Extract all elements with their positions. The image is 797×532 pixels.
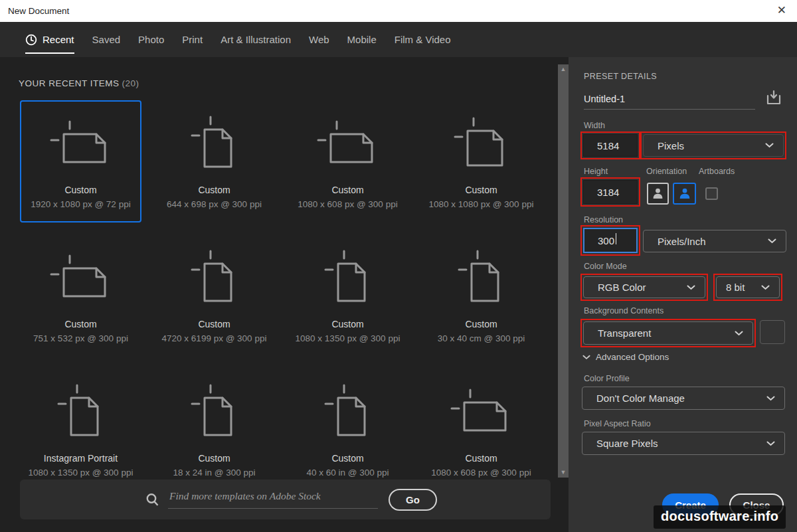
width-unit-highlight-box: Pixels — [640, 132, 786, 159]
recent-item-card[interactable]: Custom40 x 60 in @ 300 ppi — [287, 369, 408, 491]
dialog-titlebar: New Document ✕ — [0, 0, 797, 22]
card-size: 1080 x 1080 px @ 300 ppi — [429, 198, 534, 211]
recent-item-card[interactable]: Instagram Portrait1080 x 1350 px @ 300 p… — [20, 369, 141, 491]
recent-item-card[interactable]: Custom18 x 24 in @ 300 ppi — [153, 369, 275, 491]
card-icon-wrap — [183, 241, 246, 317]
save-preset-icon — [765, 89, 782, 106]
clock-icon — [25, 34, 37, 46]
color-profile-value: Don't Color Manage — [596, 393, 766, 404]
scroll-up-icon[interactable]: ▲ — [558, 66, 569, 72]
tab-label: Photo — [138, 34, 164, 45]
tab-mobile[interactable]: Mobile — [347, 22, 377, 57]
scroll-down-icon[interactable]: ▼ — [558, 469, 569, 476]
card-name: Custom — [465, 318, 497, 331]
tab-web[interactable]: Web — [309, 22, 329, 57]
background-contents-label: Background Contents — [584, 306, 664, 315]
card-name: Custom — [465, 452, 497, 465]
height-input[interactable] — [583, 180, 638, 204]
tab-print[interactable]: Print — [182, 22, 203, 57]
dialog-body: YOUR RECENT ITEMS(20) Custom1920 x 1080 … — [0, 57, 797, 532]
document-preset-icon — [183, 247, 246, 311]
resolution-unit-value: Pixels/Inch — [658, 236, 768, 247]
recent-grid: Custom1920 x 1080 px @ 72 ppiCustom644 x… — [20, 100, 542, 491]
document-preset-icon — [49, 113, 113, 177]
width-unit-value: Pixels — [658, 140, 765, 151]
card-size: 644 x 698 px @ 300 ppi — [167, 198, 262, 211]
card-size: 18 x 24 in @ 300 ppi — [173, 466, 255, 479]
stock-search-input[interactable] — [168, 490, 378, 509]
card-size: 40 x 60 in @ 300 ppi — [306, 466, 389, 479]
card-icon-wrap — [450, 375, 513, 451]
tab-bar: RecentSavedPhotoPrintArt & IllustrationW… — [0, 22, 797, 57]
save-preset-button[interactable] — [764, 88, 784, 108]
recent-item-card[interactable]: Custom30 x 40 cm @ 300 ppi — [420, 234, 542, 357]
height-highlight-box — [580, 177, 640, 207]
chevron-down-icon — [768, 238, 776, 244]
go-button[interactable]: Go — [389, 489, 437, 511]
color-profile-label: Color Profile — [584, 374, 630, 383]
tab-photo[interactable]: Photo — [138, 22, 164, 57]
vertical-scrollbar[interactable]: ▲ ▼ — [558, 64, 569, 478]
width-label: Width — [584, 121, 605, 130]
recent-items-heading-text: YOUR RECENT ITEMS — [19, 78, 120, 88]
card-size: 1080 x 608 px @ 300 ppi — [431, 466, 531, 479]
recent-items-count: (20) — [122, 78, 139, 88]
chevron-down-icon — [687, 285, 695, 290]
document-preset-icon — [316, 381, 380, 445]
advanced-options-toggle[interactable]: Advanced Options — [582, 352, 669, 362]
card-name: Custom — [331, 452, 363, 465]
color-mode-dropdown[interactable]: RGB Color — [583, 276, 705, 298]
recent-panel: YOUR RECENT ITEMS(20) Custom1920 x 1080 … — [0, 57, 569, 532]
document-name-field[interactable] — [584, 89, 755, 110]
width-highlight-box — [580, 132, 640, 159]
tab-recent[interactable]: Recent — [25, 22, 74, 57]
text-cursor — [616, 233, 616, 244]
tab-label: Film & Video — [395, 34, 451, 45]
recent-item-card[interactable]: Custom1080 x 608 px @ 300 ppi — [420, 369, 542, 491]
watermark: docusoftware.info — [654, 505, 786, 529]
bit-depth-dropdown[interactable]: 8 bit — [716, 276, 780, 298]
orientation-portrait-button[interactable] — [647, 183, 669, 205]
recent-item-card[interactable]: Custom1080 x 1080 px @ 300 ppi — [420, 100, 542, 222]
artboards-checkbox[interactable] — [705, 187, 718, 200]
tab-label: Art & Illustration — [221, 34, 291, 45]
recent-item-card[interactable]: Custom751 x 532 px @ 300 ppi — [20, 234, 141, 357]
resolution-input[interactable] — [583, 228, 638, 253]
card-size: 751 x 532 px @ 300 ppi — [33, 332, 128, 345]
orientation-label: Orientation — [646, 167, 687, 176]
chevron-down-icon — [582, 355, 590, 360]
document-preset-icon — [49, 381, 113, 445]
recent-items-heading: YOUR RECENT ITEMS(20) — [19, 78, 139, 88]
chevron-down-icon — [765, 143, 774, 148]
resolution-unit-dropdown[interactable]: Pixels/Inch — [643, 230, 786, 252]
width-unit-dropdown[interactable]: Pixels — [643, 134, 784, 157]
tab-saved[interactable]: Saved — [92, 22, 121, 57]
pixel-aspect-ratio-dropdown[interactable]: Square Pixels — [582, 432, 785, 455]
preset-details-heading: PRESET DETAILS — [584, 72, 657, 81]
tab-label: Saved — [92, 34, 121, 45]
background-contents-dropdown[interactable]: Transparent — [583, 321, 753, 345]
card-icon-wrap — [450, 241, 513, 317]
background-color-swatch[interactable] — [760, 320, 785, 344]
tab-art-illustration[interactable]: Art & Illustration — [221, 22, 291, 57]
color-profile-dropdown[interactable]: Don't Color Manage — [582, 387, 785, 410]
adobe-stock-search-bar: Go — [20, 480, 551, 519]
recent-item-card[interactable]: Custom1920 x 1080 px @ 72 ppi — [20, 100, 141, 222]
close-icon[interactable]: ✕ — [777, 3, 786, 18]
document-preset-icon — [49, 247, 113, 311]
document-preset-icon — [450, 247, 513, 311]
card-size: 4720 x 6199 px @ 300 ppi — [162, 332, 267, 345]
recent-item-card[interactable]: Custom1080 x 1350 px @ 300 ppi — [287, 234, 408, 357]
width-input[interactable] — [583, 134, 638, 157]
portrait-person-icon — [651, 187, 665, 201]
orientation-landscape-button[interactable] — [673, 183, 696, 205]
card-name: Custom — [198, 452, 230, 465]
card-size: 1080 x 1350 px @ 300 ppi — [29, 466, 133, 479]
card-size: 1080 x 608 px @ 300 ppi — [298, 198, 397, 211]
recent-item-card[interactable]: Custom1080 x 608 px @ 300 ppi — [287, 100, 408, 222]
pixel-aspect-ratio-value: Square Pixels — [596, 438, 766, 449]
tab-film-video[interactable]: Film & Video — [395, 22, 451, 57]
recent-item-card[interactable]: Custom4720 x 6199 px @ 300 ppi — [153, 234, 275, 357]
recent-item-card[interactable]: Custom644 x 698 px @ 300 ppi — [153, 100, 275, 222]
card-size: 1080 x 1350 px @ 300 ppi — [296, 332, 400, 345]
